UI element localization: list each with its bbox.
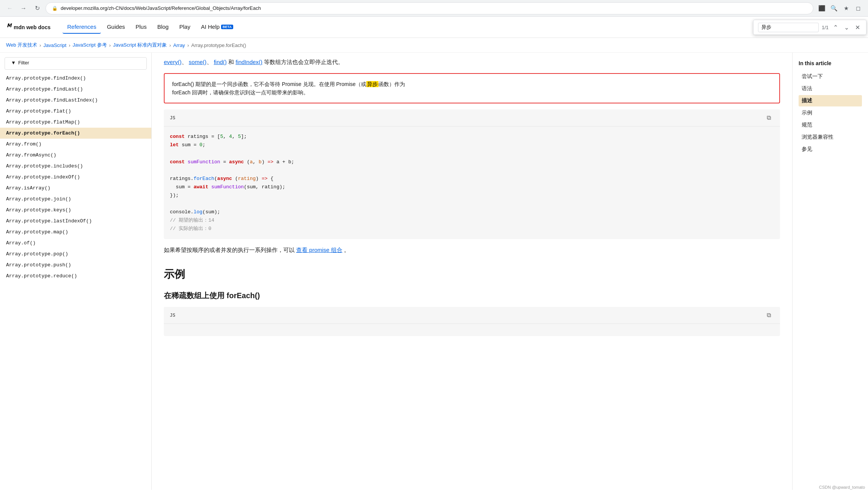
forward-button[interactable]: →: [18, 3, 29, 14]
code-line-5: sum = await sumFunction(sum, rating);: [170, 183, 774, 191]
content-area: every()、 some()、 find() 和 findIndex() 等数…: [152, 53, 792, 490]
find-close-button[interactable]: ✕: [854, 23, 862, 32]
filter-icon: ▼: [11, 60, 16, 66]
nav-references[interactable]: References: [63, 20, 101, 34]
sidebar-item-pop[interactable]: Array.prototype.pop(): [0, 249, 151, 260]
breadcrumb: Web 开发技术 › JavaScript › JavaScript 参考 › …: [0, 38, 868, 53]
nav-play[interactable]: Play: [175, 20, 195, 34]
sub-section-title: 在稀疏数组上使用 forEach(): [164, 291, 780, 301]
toc-item-compat[interactable]: 浏览器兼容性: [799, 131, 862, 143]
toc-item-try[interactable]: 尝试一下: [799, 71, 862, 82]
sidebar-item-flat[interactable]: Array.prototype.flat(): [0, 106, 151, 117]
filter-button[interactable]: ▼ Filter: [5, 57, 147, 70]
attribution: CSDN @upward_tomato: [819, 485, 865, 489]
nav-guides[interactable]: Guides: [102, 20, 130, 34]
profile-button[interactable]: ◻: [853, 3, 863, 14]
address-bar[interactable]: 🔒 developer.mozilla.org/zh-CN/docs/Web/J…: [46, 2, 813, 14]
breadcrumb-builtin[interactable]: JavaScript 标准内置对象: [113, 42, 167, 48]
warning-text-1: forEach() 期望的是一个同步函数，它不会等待 Promise 兑现。在使…: [172, 81, 366, 87]
promise-link[interactable]: 查看 promise 组合: [296, 247, 342, 253]
nav-ai-help[interactable]: AI Help BETA: [196, 20, 238, 34]
mdn-logo[interactable]: ᴹ mdn web docs: [6, 22, 50, 32]
after-text-2: 。: [344, 247, 350, 253]
browser-actions: ⬛ 🔍 ★ ◻: [816, 3, 863, 14]
code-line-2: let sum = 0;: [170, 141, 774, 149]
breadcrumb-home[interactable]: Web 开发技术: [6, 42, 37, 48]
sidebar-item-reduce[interactable]: Array.prototype.reduce(): [0, 271, 151, 281]
toc-panel: In this article 尝试一下 语法 描述 示例 规范 浏览器兼容性 …: [792, 53, 868, 490]
copy-button-2[interactable]: ⧉: [763, 310, 774, 321]
toc-item-seealso[interactable]: 参见: [799, 144, 862, 155]
section-title: 示例: [164, 267, 780, 281]
code-block-header-1: JS ⧉: [164, 109, 780, 127]
toc-item-desc[interactable]: 描述: [799, 95, 862, 106]
some-link[interactable]: some(): [189, 59, 207, 65]
breadcrumb-js-ref[interactable]: JavaScript 参考: [73, 42, 107, 48]
prev-paragraph: every()、 some()、 find() 和 findIndex() 等数…: [164, 57, 780, 67]
sidebar: ▼ Filter Array.prototype.findIndex() Arr…: [0, 53, 152, 490]
sidebar-item-isarray[interactable]: Array.isArray(): [0, 183, 151, 194]
lock-icon: 🔒: [52, 6, 58, 11]
zoom-button[interactable]: 🔍: [829, 3, 839, 14]
warning-box: forEach() 期望的是一个同步函数，它不会等待 Promise 兑现。在使…: [164, 73, 780, 104]
code-block-1: JS ⧉ const ratings = [5, 4, 5]; let sum …: [164, 109, 780, 239]
sidebar-item-findlastindex[interactable]: Array.prototype.findLastIndex(): [0, 95, 151, 106]
code-line-empty-3: [170, 200, 774, 208]
toc-item-spec[interactable]: 规范: [799, 119, 862, 131]
bookmark-button[interactable]: ★: [841, 3, 851, 14]
find-input[interactable]: [758, 23, 819, 32]
sidebar-item-keys[interactable]: Array.prototype.keys(): [0, 205, 151, 216]
copy-button-1[interactable]: ⧉: [763, 113, 774, 123]
breadcrumb-sep-4: ›: [169, 42, 171, 48]
code-block-header-2: JS ⧉: [164, 307, 780, 324]
warning-highlight: 异步: [366, 81, 378, 87]
code-line-4: ratings.forEach(async (rating) => {: [170, 175, 774, 183]
main-layout: ▼ Filter Array.prototype.findIndex() Arr…: [0, 53, 868, 490]
warning-text-2: forEach 回调时，请确保你意识到这一点可能带来的影响。: [172, 89, 309, 95]
breadcrumb-array[interactable]: Array: [173, 42, 185, 48]
breadcrumb-js[interactable]: JavaScript: [43, 42, 66, 48]
find-prev-button[interactable]: ⌃: [832, 23, 840, 32]
mdn-logo-text: mdn web docs: [14, 24, 50, 30]
nav-blog[interactable]: Blog: [153, 20, 173, 34]
beta-badge: BETA: [221, 25, 233, 29]
sidebar-item-of[interactable]: Array.of(): [0, 238, 151, 249]
code-block-2: JS ⧉: [164, 307, 780, 336]
toc-item-examples[interactable]: 示例: [799, 107, 862, 119]
nav-plus[interactable]: Plus: [131, 20, 151, 34]
sidebar-item-push[interactable]: Array.prototype.push(): [0, 260, 151, 271]
sidebar-item-includes[interactable]: Array.prototype.includes(): [0, 161, 151, 172]
code-line-comment-1: // 期望的输出：14: [170, 216, 774, 225]
breadcrumb-sep-3: ›: [109, 42, 111, 48]
cast-button[interactable]: ⬛: [816, 3, 827, 14]
sidebar-item-foreach[interactable]: Array.prototype.forEach(): [0, 128, 151, 139]
sidebar-item-join[interactable]: Array.prototype.join(): [0, 194, 151, 205]
code-line-6: });: [170, 191, 774, 200]
warning-text: forEach() 期望的是一个同步函数，它不会等待 Promise 兑现。在使…: [172, 80, 772, 97]
sidebar-item-from[interactable]: Array.from(): [0, 139, 151, 150]
code-lang-1: JS: [170, 115, 175, 120]
url-text: developer.mozilla.org/zh-CN/docs/Web/Jav…: [61, 5, 261, 11]
code-line-empty-2: [170, 166, 774, 175]
find-count: 1/1: [822, 25, 829, 30]
toc-item-syntax[interactable]: 语法: [799, 83, 862, 94]
sidebar-item-flatmap[interactable]: Array.prototype.flatMap(): [0, 117, 151, 128]
every-link[interactable]: every(): [164, 59, 182, 65]
sidebar-item-findindex[interactable]: Array.prototype.findIndex(): [0, 73, 151, 84]
sidebar-item-map[interactable]: Array.prototype.map(): [0, 227, 151, 238]
nav-ai-help-text: AI Help: [201, 23, 220, 30]
toc-title: In this article: [799, 60, 862, 66]
find-link[interactable]: find(): [214, 59, 227, 65]
sidebar-item-lastindexof[interactable]: Array.prototype.lastIndexOf(): [0, 216, 151, 227]
code-content-2: [164, 324, 780, 336]
sidebar-item-fromasync[interactable]: Array.fromAsync(): [0, 150, 151, 161]
code-line-1: const ratings = [5, 4, 5];: [170, 133, 774, 141]
sidebar-item-indexof[interactable]: Array.prototype.indexOf(): [0, 172, 151, 183]
reload-button[interactable]: ↻: [32, 3, 42, 14]
breadcrumb-sep-2: ›: [69, 42, 70, 48]
code-line-comment-2: // 实际的输出：0: [170, 225, 774, 233]
find-next-button[interactable]: ⌄: [843, 23, 851, 32]
findindex-link[interactable]: findIndex(): [235, 59, 262, 65]
back-button[interactable]: ←: [5, 3, 15, 14]
sidebar-item-findlast[interactable]: Array.prototype.findLast(): [0, 84, 151, 95]
